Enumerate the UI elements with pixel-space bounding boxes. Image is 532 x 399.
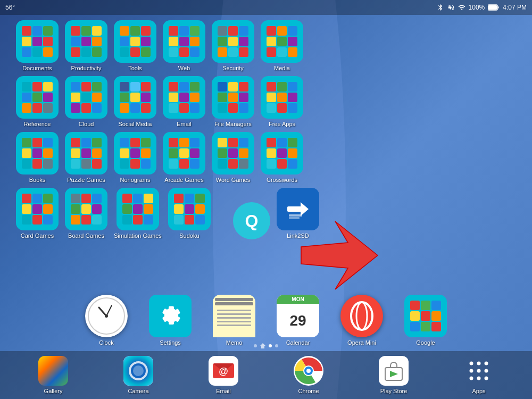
- time: 4:07 PM: [503, 4, 527, 11]
- app-email-folder[interactable]: Email: [163, 76, 205, 128]
- home-indicator: [260, 343, 265, 348]
- dock-opera-mini[interactable]: Opera Mini: [340, 295, 383, 346]
- svg-rect-6: [289, 217, 300, 219]
- app-crosswords[interactable]: Crosswords: [261, 132, 303, 184]
- app-cloud[interactable]: Cloud: [65, 76, 107, 128]
- app-social-media[interactable]: Social Media: [114, 76, 156, 128]
- email-icon: @: [209, 356, 238, 386]
- bottom-email[interactable]: @ Email: [209, 356, 238, 394]
- bottom-camera[interactable]: Camera: [123, 356, 153, 394]
- app-security[interactable]: Security: [212, 20, 254, 72]
- app-word-games[interactable]: Word Games: [212, 132, 254, 184]
- link2sd-label: Link2SD: [287, 232, 309, 239]
- bottom-gallery[interactable]: Gallery: [38, 356, 68, 394]
- bottom-bar: Gallery Camera @ Email: [0, 351, 532, 399]
- svg-point-28: [485, 377, 488, 380]
- gallery-icon: [38, 356, 68, 386]
- app-puzzle-games[interactable]: Puzzle Games: [65, 132, 107, 184]
- app-sudoku[interactable]: Sudoku: [168, 188, 211, 239]
- settings-icon: [149, 295, 192, 337]
- app-nonograms[interactable]: Nonograms: [114, 132, 156, 184]
- app-card-games[interactable]: Card Games: [16, 188, 59, 239]
- app-reference[interactable]: Reference: [16, 76, 59, 128]
- reference-label: Reference: [24, 121, 51, 128]
- security-label: Security: [222, 65, 244, 72]
- email-folder-label: Email: [177, 121, 192, 128]
- dock-clock[interactable]: Clock: [85, 295, 128, 346]
- app-q[interactable]: Q: [233, 202, 270, 239]
- app-web[interactable]: Web: [163, 20, 205, 72]
- app-productivity[interactable]: Productivity: [65, 20, 107, 72]
- clock-label: Clock: [99, 339, 114, 346]
- arcade-games-label: Arcade Games: [164, 177, 203, 184]
- link2sd-icon: [277, 188, 319, 230]
- app-file-managers[interactable]: File Managers: [212, 76, 254, 128]
- apps-label: Apps: [472, 388, 485, 394]
- dock-calendar[interactable]: MON 29 Calendar: [277, 295, 319, 346]
- app-simulation-games[interactable]: Simulation Games: [114, 188, 162, 239]
- svg-point-24: [477, 369, 481, 373]
- dock-memo[interactable]: Memo: [213, 295, 255, 346]
- app-media[interactable]: Media: [261, 20, 303, 72]
- page-dot-3: [275, 344, 278, 347]
- app-free-apps[interactable]: Free Apps: [261, 76, 303, 128]
- page-indicators: [254, 343, 278, 348]
- nonograms-label: Nonograms: [120, 177, 151, 184]
- dock-settings[interactable]: Settings: [149, 295, 192, 346]
- app-board-games[interactable]: Board Games: [65, 188, 107, 239]
- sudoku-label: Sudoku: [179, 232, 199, 239]
- app-books[interactable]: Books: [16, 132, 59, 184]
- opera-mini-label: Opera Mini: [347, 339, 376, 346]
- calendar-label: Calendar: [286, 339, 310, 346]
- documents-label: Documents: [22, 65, 52, 72]
- q-app-icon: Q: [233, 202, 270, 239]
- svg-point-13: [356, 302, 367, 330]
- svg-point-27: [477, 377, 481, 380]
- calendar-icon: MON 29: [277, 295, 319, 337]
- mute-icon: [447, 4, 455, 11]
- svg-rect-2: [498, 6, 499, 9]
- bottom-chrome[interactable]: Chrome: [294, 356, 323, 394]
- svg-point-21: [477, 362, 481, 365]
- word-games-label: Word Games: [216, 177, 251, 184]
- battery-icon: [488, 4, 500, 11]
- file-managers-label: File Managers: [214, 121, 252, 128]
- page-dot-active: [269, 344, 272, 347]
- memo-icon: [213, 295, 255, 337]
- cloud-label: Cloud: [79, 121, 94, 128]
- productivity-label: Productivity: [71, 65, 102, 72]
- calendar-month: MON: [277, 295, 319, 304]
- camera-label: Camera: [128, 388, 148, 394]
- svg-point-26: [470, 377, 473, 380]
- chrome-icon: [294, 356, 323, 386]
- bluetooth-icon: [437, 4, 444, 11]
- status-bar: 56° 100% 4:07 PM: [0, 0, 532, 15]
- bottom-play-store[interactable]: Play Store: [379, 356, 409, 394]
- status-left: 56°: [5, 4, 15, 11]
- svg-point-12: [351, 302, 372, 330]
- svg-point-23: [470, 369, 473, 373]
- svg-point-17: [306, 369, 311, 373]
- tools-label: Tools: [128, 65, 142, 72]
- gallery-label: Gallery: [44, 388, 63, 394]
- app-arcade-games[interactable]: Arcade Games: [163, 132, 205, 184]
- apps-icon: [464, 356, 494, 386]
- board-games-label: Board Games: [68, 232, 104, 239]
- app-tools[interactable]: Tools: [114, 20, 156, 72]
- calendar-day: 29: [277, 304, 319, 337]
- home-screen: Documents Productivity: [0, 15, 532, 399]
- app-link2sd[interactable]: Link2SD: [277, 188, 319, 239]
- app-documents[interactable]: Documents: [16, 20, 59, 72]
- play-store-icon: [379, 356, 409, 386]
- svg-marker-4: [301, 202, 309, 216]
- dock-google[interactable]: Google: [404, 295, 447, 346]
- media-label: Media: [274, 65, 290, 72]
- free-apps-label: Free Apps: [269, 121, 295, 128]
- battery-text: 100%: [469, 4, 485, 11]
- svg-point-22: [485, 362, 488, 365]
- bottom-apps[interactable]: Apps: [464, 356, 494, 394]
- svg-point-25: [485, 369, 488, 373]
- settings-label: Settings: [160, 339, 181, 346]
- dock: Clock Settings: [0, 289, 532, 351]
- card-games-label: Card Games: [21, 232, 54, 239]
